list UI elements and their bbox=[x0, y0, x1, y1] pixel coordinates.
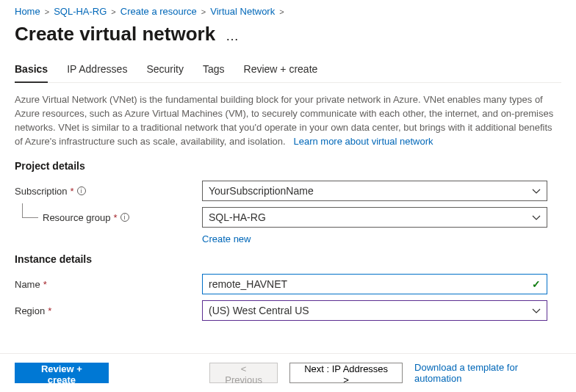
create-new-rg-link[interactable]: Create new bbox=[202, 233, 251, 244]
chevron-right-icon: > bbox=[45, 7, 49, 16]
resource-group-select[interactable]: SQL-HA-RG bbox=[202, 207, 547, 228]
tab-tags[interactable]: Tags bbox=[203, 59, 225, 82]
breadcrumb-item-home[interactable]: Home bbox=[15, 6, 40, 17]
section-title-instance: Instance details bbox=[15, 253, 561, 265]
tab-basics[interactable]: Basics bbox=[15, 59, 48, 82]
tab-ip-addresses[interactable]: IP Addresses bbox=[67, 59, 127, 82]
chevron-right-icon: > bbox=[111, 7, 115, 16]
name-input[interactable]: remote_HAVNET ✓ bbox=[202, 274, 547, 294]
chevron-down-icon bbox=[532, 213, 541, 225]
tab-review-create[interactable]: Review + create bbox=[244, 59, 318, 82]
info-icon[interactable]: i bbox=[77, 186, 86, 195]
label-resource-group: Resource group * i bbox=[15, 212, 202, 223]
label-name: Name * bbox=[15, 279, 202, 290]
breadcrumb: Home > SQL-HA-RG > Create a resource > V… bbox=[15, 3, 561, 23]
info-icon[interactable]: i bbox=[120, 213, 129, 222]
next-button[interactable]: Next : IP Addresses > bbox=[289, 363, 403, 383]
label-region: Region * bbox=[15, 305, 202, 316]
section-title-project: Project details bbox=[15, 160, 561, 172]
previous-button: < Previous bbox=[209, 363, 278, 383]
label-subscription: Subscription * i bbox=[15, 186, 202, 197]
description-text: Azure Virtual Network (VNet) is the fund… bbox=[15, 93, 558, 148]
breadcrumb-item-rg[interactable]: SQL-HA-RG bbox=[54, 6, 107, 17]
breadcrumb-item-create[interactable]: Create a resource bbox=[120, 6, 197, 17]
subscription-select[interactable]: YourSubscriptionName bbox=[202, 181, 547, 201]
check-icon: ✓ bbox=[532, 278, 541, 290]
breadcrumb-item-vnet[interactable]: Virtual Network bbox=[210, 6, 275, 17]
chevron-down-icon bbox=[532, 306, 541, 318]
region-select[interactable]: (US) West Central US bbox=[202, 300, 547, 321]
learn-more-link[interactable]: Learn more about virtual network bbox=[293, 136, 433, 147]
tab-security[interactable]: Security bbox=[146, 59, 184, 82]
tab-bar: Basics IP Addresses Security Tags Review… bbox=[15, 59, 561, 83]
footer: Review + create < Previous Next : IP Add… bbox=[0, 354, 576, 392]
chevron-right-icon: > bbox=[279, 7, 284, 16]
chevron-down-icon bbox=[532, 186, 541, 198]
more-actions-button[interactable]: … bbox=[226, 29, 240, 44]
download-template-link[interactable]: Download a template for automation bbox=[414, 362, 561, 384]
chevron-right-icon: > bbox=[201, 7, 206, 16]
page-title: Create virtual network bbox=[15, 23, 215, 46]
review-create-button[interactable]: Review + create bbox=[15, 363, 109, 383]
